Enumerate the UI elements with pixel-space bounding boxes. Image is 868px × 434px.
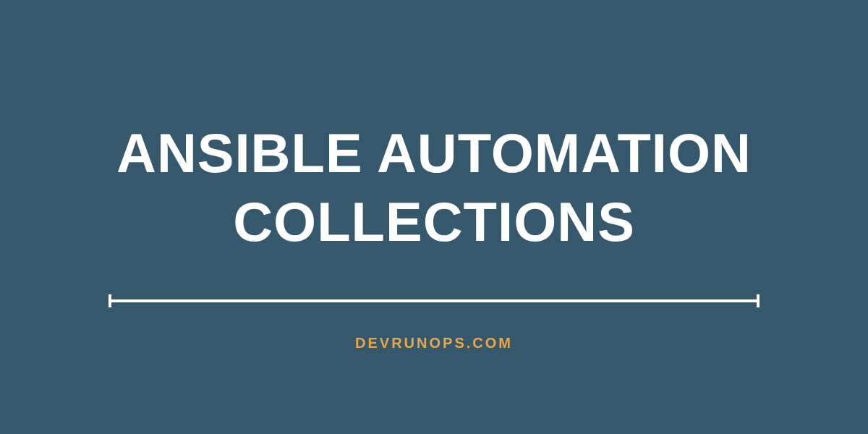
website-subtitle: DEVRUNOPS.COM — [355, 335, 513, 352]
title-line-2: COLLECTIONS — [116, 187, 752, 256]
horizontal-divider — [109, 299, 760, 302]
title-line-1: ANSIBLE AUTOMATION — [116, 119, 752, 187]
main-title: ANSIBLE AUTOMATION COLLECTIONS — [116, 119, 752, 256]
